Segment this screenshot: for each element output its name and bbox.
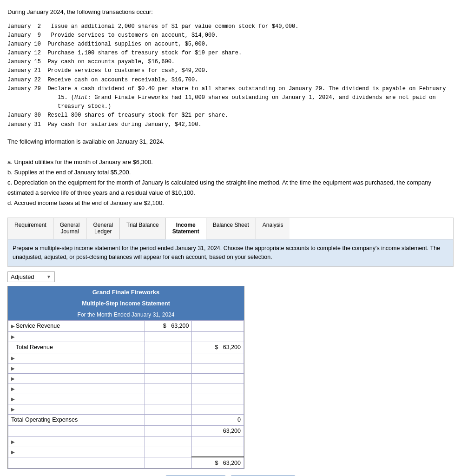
row-col1[interactable] bbox=[145, 447, 192, 457]
expand-icon[interactable]: ▶ bbox=[11, 376, 15, 381]
adjustment-d: d. Accrued income taxes at the end of Ja… bbox=[7, 198, 454, 208]
final-total-col2: $ 63,200 bbox=[192, 457, 244, 468]
tabs-container: Requirement General Journal General Ledg… bbox=[7, 218, 454, 267]
tab-analysis[interactable]: Analysis bbox=[256, 218, 290, 239]
subtotal-row: 63,200 bbox=[8, 425, 244, 436]
total-revenue-label: Total Revenue bbox=[8, 342, 145, 353]
row-col2 bbox=[192, 383, 244, 394]
total-revenue-col2: $ 63,200 bbox=[192, 342, 244, 353]
transaction-line: January 22 Receive cash on accounts rece… bbox=[7, 76, 454, 85]
tab-balance-sheet[interactable]: Balance Sheet bbox=[206, 218, 256, 239]
row-label[interactable]: ▶ bbox=[8, 331, 145, 342]
tab-instruction: Prepare a multiple-step income statement… bbox=[8, 239, 453, 266]
row-col1[interactable] bbox=[145, 394, 192, 404]
transaction-line: January 9 Provide services to customers … bbox=[7, 31, 454, 40]
table-row: ▶ bbox=[8, 363, 244, 373]
transaction-line: treasury stock.) bbox=[7, 102, 454, 111]
expand-icon[interactable]: ▶ bbox=[11, 324, 15, 329]
adjustment-b: b. Supplies at the end of January total … bbox=[7, 167, 454, 178]
row-col2 bbox=[192, 394, 244, 404]
row-label: ▶Service Revenue bbox=[8, 320, 145, 331]
row-col2 bbox=[192, 373, 244, 383]
row-col1[interactable] bbox=[145, 373, 192, 383]
statement-period: For the Month Ended January 31, 2024 bbox=[8, 309, 244, 320]
tab-general-ledger[interactable]: General Ledger bbox=[86, 218, 120, 239]
expand-icon[interactable]: ▶ bbox=[11, 450, 15, 455]
row-label[interactable]: ▶ bbox=[8, 353, 145, 363]
row-col1[interactable] bbox=[145, 383, 192, 394]
table-row: ▶Service Revenue $ 63,200 bbox=[8, 320, 244, 331]
expand-icon[interactable]: ▶ bbox=[11, 334, 15, 339]
row-label[interactable]: ▶ bbox=[8, 363, 145, 373]
total-op-expenses-col1 bbox=[145, 414, 192, 425]
final-total-row: $ 63,200 bbox=[8, 457, 244, 468]
row-col1[interactable]: $ 63,200 bbox=[145, 320, 192, 331]
transaction-line: 15. (Hint: Grand Finale Fireworks had 11… bbox=[7, 93, 454, 102]
followup-heading: The following information is available o… bbox=[7, 137, 454, 147]
tab-trial-balance[interactable]: Trial Balance bbox=[120, 218, 166, 239]
dropdown-row: Unadjusted Adjusted Post-Closing ▼ bbox=[7, 271, 454, 282]
total-revenue-col1 bbox=[145, 342, 192, 353]
transaction-line: January 15 Pay cash on accounts payable,… bbox=[7, 58, 454, 66]
row-col1[interactable] bbox=[145, 353, 192, 363]
row-col2 bbox=[192, 320, 244, 331]
transaction-line: January 29 Declare a cash dividend of $0… bbox=[7, 85, 454, 93]
total-operating-expenses-row: Total Operating Expenses 0 bbox=[8, 414, 244, 425]
tab-requirement[interactable]: Requirement bbox=[8, 218, 53, 239]
intro-heading: During January 2024, the following trans… bbox=[7, 7, 454, 17]
expand-icon[interactable]: ▶ bbox=[11, 386, 15, 391]
tabs-row: Requirement General Journal General Ledg… bbox=[8, 218, 453, 239]
row-col1[interactable] bbox=[145, 404, 192, 414]
row-col2 bbox=[192, 331, 244, 342]
tab-income-statement[interactable]: Income Statement bbox=[166, 218, 206, 239]
expand-icon[interactable]: ▶ bbox=[11, 407, 15, 412]
transaction-line: January 12 Purchase 1,100 shares of trea… bbox=[7, 49, 454, 58]
row-label[interactable]: ▶ bbox=[8, 404, 145, 414]
table-row: ▶ bbox=[8, 353, 244, 363]
row-label[interactable]: ▶ bbox=[8, 383, 145, 394]
statement-title: Multiple-Step Income Statement bbox=[8, 298, 244, 309]
subtotal-col1 bbox=[145, 425, 192, 436]
company-name: Grand Finale Fireworks bbox=[8, 286, 244, 298]
row-col1[interactable] bbox=[145, 363, 192, 373]
row-label[interactable]: ▶ bbox=[8, 394, 145, 404]
row-col1[interactable] bbox=[145, 331, 192, 342]
table-row: ▶ bbox=[8, 436, 244, 447]
row-label[interactable]: ▶ bbox=[8, 436, 145, 447]
row-label[interactable]: ▶ bbox=[8, 373, 145, 383]
total-op-expenses-col2: 0 bbox=[192, 414, 244, 425]
table-row: ▶ bbox=[8, 331, 244, 342]
income-statement-table: ▶Service Revenue $ 63,200 ▶ Total Revenu… bbox=[8, 320, 244, 469]
row-col2 bbox=[192, 363, 244, 373]
row-col1[interactable] bbox=[145, 436, 192, 447]
final-total-label bbox=[8, 457, 145, 468]
table-row: ▶ bbox=[8, 447, 244, 457]
tab-general-journal[interactable]: General Journal bbox=[53, 218, 87, 239]
balance-type-dropdown[interactable]: Unadjusted Adjusted Post-Closing bbox=[7, 271, 55, 282]
final-total-col1 bbox=[145, 457, 192, 468]
transaction-line: January 21 Provide services to customers… bbox=[7, 66, 454, 75]
row-col2 bbox=[192, 436, 244, 447]
table-row: ▶ bbox=[8, 394, 244, 404]
table-row: ▶ bbox=[8, 383, 244, 394]
total-op-expenses-label: Total Operating Expenses bbox=[8, 414, 145, 425]
transaction-line: January 2 Issue an additional 2,000 shar… bbox=[7, 22, 454, 31]
financial-table-wrapper: Grand Finale Fireworks Multiple-Step Inc… bbox=[7, 286, 244, 469]
table-row: ▶ bbox=[8, 373, 244, 383]
transaction-line: January 31 Pay cash for salaries during … bbox=[7, 120, 454, 129]
additional-info-block: The following information is available o… bbox=[7, 137, 454, 209]
subtotal-col2: 63,200 bbox=[192, 425, 244, 436]
adjustment-c: c. Depreciation on the equipment for the… bbox=[7, 178, 454, 198]
subtotal-label bbox=[8, 425, 145, 436]
expand-icon[interactable]: ▶ bbox=[11, 439, 15, 444]
expand-icon[interactable]: ▶ bbox=[11, 366, 15, 371]
transactions-block: January 2 Issue an additional 2,000 shar… bbox=[7, 22, 454, 129]
transaction-line: January 30 Resell 800 shares of treasury… bbox=[7, 111, 454, 120]
row-col2 bbox=[192, 353, 244, 363]
total-revenue-row: Total Revenue $ 63,200 bbox=[8, 342, 244, 353]
expand-icon[interactable]: ▶ bbox=[11, 356, 15, 361]
row-label[interactable]: ▶ bbox=[8, 447, 145, 457]
expand-icon[interactable]: ▶ bbox=[11, 397, 15, 402]
table-row: ▶ bbox=[8, 404, 244, 414]
row-col2 bbox=[192, 447, 244, 457]
